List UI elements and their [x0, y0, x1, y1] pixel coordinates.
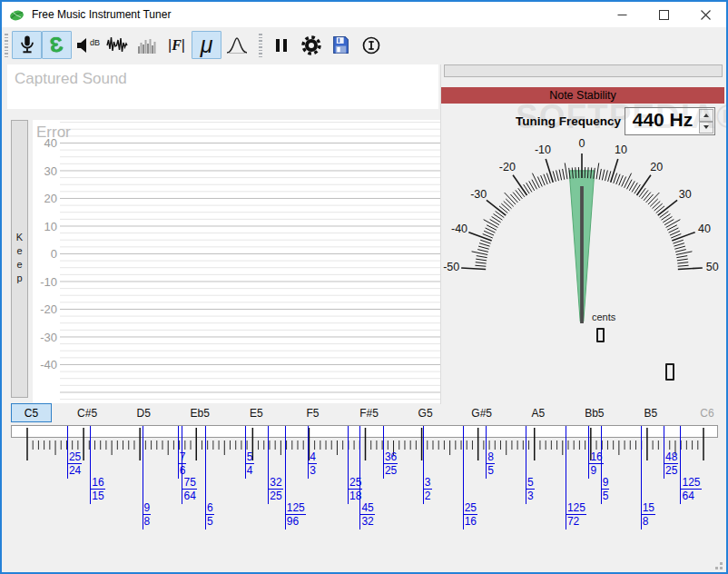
note-label-Bb5[interactable]: Bb5	[585, 407, 604, 420]
microphone-icon	[17, 35, 37, 55]
note-label-Eb5[interactable]: Eb5	[191, 407, 210, 420]
save-button[interactable]	[326, 31, 356, 59]
waveform-button[interactable]	[102, 31, 132, 59]
resize-grip[interactable]	[712, 559, 723, 570]
ratio-fraction-15-8: 158	[642, 501, 655, 528]
maximize-icon	[659, 10, 669, 20]
toolbar: Ɛ dB	[2, 27, 726, 63]
auto-note-button[interactable]: Ɛ	[42, 31, 72, 59]
ratio-fraction-32-25: 3225	[269, 476, 282, 502]
aux-value-display: 0	[665, 363, 674, 381]
svg-text:30: 30	[44, 164, 57, 178]
note-label-C6[interactable]: C6	[700, 407, 713, 420]
spectrum-bars-icon	[137, 35, 157, 55]
settings-button[interactable]	[296, 31, 326, 59]
ratio-fraction-9-5: 95	[602, 476, 610, 502]
mu-icon: μ	[201, 34, 213, 56]
waveform-icon	[106, 35, 128, 55]
titlebar[interactable]: Free Music Instrument Tuner	[2, 2, 726, 27]
note-label-G5[interactable]: G5	[418, 407, 433, 420]
note-label-A5[interactable]: A5	[531, 407, 545, 420]
app-icon	[9, 7, 25, 23]
mu-button[interactable]: μ	[192, 31, 221, 59]
ratio-fraction-25-16: 2516	[464, 501, 477, 528]
fourier-icon: |F|	[168, 37, 185, 54]
gaussian-button[interactable]	[221, 31, 251, 59]
svg-text:-20: -20	[499, 161, 516, 173]
cents-value-display: 0	[596, 328, 605, 342]
ratio-fraction-16-15: 1615	[91, 476, 104, 502]
ratio-fraction-8-5: 85	[487, 450, 495, 477]
svg-text:10: 10	[615, 144, 627, 156]
pause-button[interactable]	[266, 31, 296, 59]
toolbar-grip[interactable]	[5, 34, 8, 57]
svg-text:-50: -50	[443, 261, 459, 273]
note-label-C#5[interactable]: C#5	[77, 407, 97, 420]
db-label: dB	[90, 38, 100, 47]
svg-text:-20: -20	[40, 302, 57, 316]
captured-sound-title: Captured Sound	[7, 64, 438, 88]
note-label-B5[interactable]: B5	[644, 407, 658, 420]
save-icon	[331, 35, 350, 54]
auto-note-icon: Ɛ	[48, 32, 64, 58]
svg-text:-30: -30	[470, 188, 487, 201]
keep-button-label: Keep	[15, 232, 25, 286]
note-label-G#5[interactable]: G#5	[471, 407, 492, 420]
volume-db-button[interactable]: dB	[72, 31, 102, 59]
ratio-fraction-6-5: 65	[206, 501, 214, 528]
microphone-button[interactable]	[12, 31, 42, 59]
svg-text:40: 40	[698, 223, 711, 235]
note-label-D5[interactable]: D5	[136, 407, 150, 420]
ratio-fraction-5-4: 54	[246, 450, 254, 477]
svg-text:-30: -30	[40, 331, 57, 344]
maximize-button[interactable]	[643, 2, 684, 27]
ratio-fraction-48-25: 4825	[664, 450, 678, 477]
ratio-fraction-25-24: 2524	[68, 450, 82, 477]
svg-text:20: 20	[44, 192, 57, 205]
note-stability-progress	[444, 64, 723, 77]
info-button[interactable]	[356, 31, 386, 59]
gaussian-curve-icon	[226, 35, 248, 55]
svg-text:-40: -40	[451, 223, 467, 235]
ratio-fraction-9-8: 98	[143, 501, 152, 528]
svg-text:-10: -10	[40, 275, 57, 289]
svg-text:0: 0	[51, 247, 57, 261]
svg-text:10: 10	[44, 220, 57, 233]
fourier-button[interactable]: |F|	[162, 31, 192, 59]
ratio-fraction-125-72: 12572	[566, 501, 586, 528]
keep-button[interactable]: Keep	[11, 120, 28, 398]
close-icon	[701, 10, 711, 20]
svg-text:50: 50	[706, 261, 719, 273]
ratio-fraction-3-2: 32	[424, 476, 432, 502]
close-button[interactable]	[684, 2, 726, 27]
ratio-fraction-125-64: 12564	[681, 476, 701, 502]
svg-text:20: 20	[650, 161, 663, 173]
error-chart-grid: 403020100-10-20-30-40	[33, 120, 441, 403]
minimize-icon	[617, 10, 627, 20]
cents-gauge: -50-40-30-20-1001020304050	[442, 127, 726, 404]
toolbar-grip-2[interactable]	[259, 34, 262, 57]
note-label-E5[interactable]: E5	[250, 407, 263, 420]
info-icon	[361, 35, 381, 55]
svg-text:-40: -40	[40, 358, 57, 371]
ratio-fraction-36-25: 3625	[384, 450, 398, 477]
cents-unit-label: cents	[592, 312, 615, 322]
minimize-button[interactable]	[601, 2, 643, 27]
app-window: Free Music Instrument Tuner	[0, 0, 728, 574]
error-chart-title: Error	[36, 124, 71, 142]
error-chart: 403020100-10-20-30-40 Error	[33, 120, 441, 403]
ratio-fraction-125-96: 12596	[286, 501, 306, 528]
svg-text:-10: -10	[535, 144, 551, 156]
spectrum-button[interactable]	[132, 31, 162, 59]
pause-icon	[273, 37, 290, 54]
note-label-F#5[interactable]: F#5	[359, 407, 379, 420]
window-title: Free Music Instrument Tuner	[32, 8, 171, 21]
captured-sound-panel: Captured Sound	[7, 64, 438, 109]
ratio-fraction-5-3: 53	[526, 476, 535, 502]
note-tab-C5[interactable]: C5	[11, 403, 52, 422]
ratio-fraction-45-32: 4532	[360, 501, 374, 528]
gear-icon	[300, 35, 322, 56]
ratio-fraction-4-3: 43	[309, 450, 317, 477]
note-label-F5[interactable]: F5	[306, 407, 319, 420]
svg-text:0: 0	[579, 137, 585, 150]
